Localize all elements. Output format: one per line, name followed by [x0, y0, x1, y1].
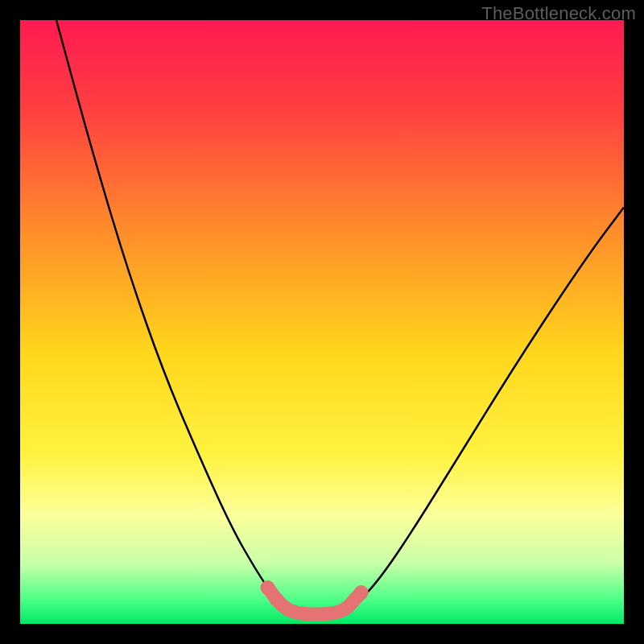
optimal-zone-dot	[354, 585, 369, 600]
watermark-text: TheBottleneck.com	[481, 3, 636, 24]
gradient-background	[20, 20, 624, 624]
chart-frame: TheBottleneck.com	[0, 0, 644, 644]
optimal-zone-dot	[270, 592, 284, 607]
optimal-zone-dot	[261, 580, 275, 595]
chart-svg	[20, 20, 624, 624]
plot-area	[20, 20, 624, 624]
